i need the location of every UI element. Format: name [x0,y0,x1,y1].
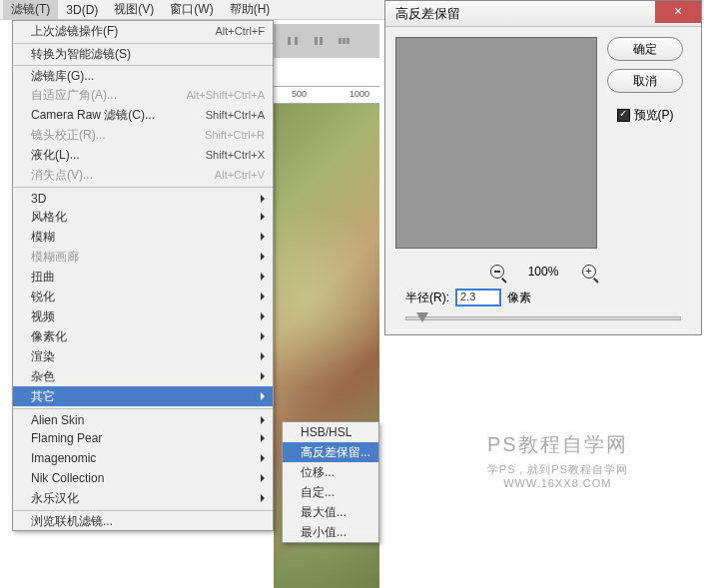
radius-slider[interactable] [405,316,681,320]
align-icon-3[interactable] [338,34,352,48]
svg-rect-0 [288,37,291,45]
svg-rect-4 [339,38,342,44]
chevron-right-icon [261,474,265,482]
chevron-right-icon [261,352,265,360]
chevron-right-icon [261,416,265,424]
menu-vanishing: 消失点(V)...Alt+Ctrl+V [13,165,273,185]
cancel-button[interactable]: 取消 [607,69,683,93]
menu-help[interactable]: 帮助(H) [222,0,279,20]
menu-lens: 镜头校正(R)...Shift+Ctrl+R [13,125,273,145]
radius-unit: 像素 [507,290,531,306]
toolbar-strip [274,24,379,58]
zoom-controls: 100% [385,259,701,285]
menu-noise[interactable]: 杂色 [13,366,273,386]
menu-video[interactable]: 视频 [13,306,273,326]
menu-blur-gallery: 模糊画廊 [13,247,273,267]
menu-alien-skin[interactable]: Alien Skin [13,408,273,428]
close-button[interactable]: × [655,1,701,23]
menu-imagenomic[interactable]: Imagenomic [13,448,273,468]
menu-3d-sub[interactable]: 3D [13,187,273,207]
ok-button[interactable]: 确定 [607,37,683,61]
checkbox-icon[interactable] [617,109,630,122]
submenu-min[interactable]: 最小值... [283,522,378,542]
ruler: 500 1000 [274,86,379,104]
svg-rect-2 [315,37,318,45]
close-icon: × [674,3,682,19]
svg-rect-6 [347,38,350,44]
dialog-titlebar[interactable]: 高反差保留 × [385,1,701,27]
menu-adaptive: 自适应广角(A)...Alt+Shift+Ctrl+A [13,85,273,105]
zoom-out-icon[interactable] [490,265,504,279]
menu-view[interactable]: 视图(V) [106,0,162,20]
submenu-offset[interactable]: 位移... [283,462,378,482]
submenu-max[interactable]: 最大值... [283,502,378,522]
chevron-right-icon [261,293,265,300]
menu-distort[interactable]: 扭曲 [13,267,273,287]
align-icon-1[interactable] [286,34,300,48]
menu-liquify[interactable]: 液化(L)...Shift+Ctrl+X [13,145,273,165]
menu-render[interactable]: 渲染 [13,346,273,366]
dialog-title-text: 高反差保留 [395,5,460,23]
chevron-right-icon [261,392,265,400]
submenu-custom[interactable]: 自定... [283,482,378,502]
svg-rect-1 [295,37,298,45]
menu-sharpen[interactable]: 锐化 [13,287,273,306]
chevron-right-icon [261,312,265,320]
menu-nik[interactable]: Nik Collection [13,468,273,488]
menu-other[interactable]: 其它 [13,386,273,406]
menu-window[interactable]: 窗口(W) [162,0,221,20]
ruler-tick: 500 [292,89,307,99]
filter-dropdown: 上次滤镜操作(F)Alt+Ctrl+F 转换为智能滤镜(S) 滤镜库(G)...… [12,20,274,531]
watermark: PS教程自学网 学PS，就到PS教程自学网 WWW.16XX8.COM [487,431,628,489]
ruler-tick: 1000 [350,89,369,99]
watermark-title: PS教程自学网 [487,431,628,458]
watermark-line2: WWW.16XX8.COM [487,477,628,489]
preview-checkbox-row[interactable]: 预览(P) [607,107,683,124]
chevron-right-icon [261,253,265,261]
zoom-in-icon[interactable] [582,265,596,279]
chevron-right-icon [261,273,265,281]
radius-label: 半径(R): [405,290,449,306]
menu-3d[interactable]: 3D(D) [58,1,106,19]
svg-rect-5 [343,38,346,44]
menu-pixelate[interactable]: 像素化 [13,326,273,346]
chevron-right-icon [261,233,265,241]
zoom-level: 100% [528,265,559,279]
svg-rect-3 [320,37,323,45]
menu-filter-gallery[interactable]: 滤镜库(G)... [13,65,273,85]
menu-blur[interactable]: 模糊 [13,227,273,247]
watermark-line1: 学PS，就到PS教程自学网 [487,462,628,477]
preview-area[interactable] [395,37,597,249]
menu-camera-raw[interactable]: Camera Raw 滤镜(C)...Shift+Ctrl+A [13,105,273,125]
preview-label: 预览(P) [634,107,674,124]
menu-yongle[interactable]: 永乐汉化 [13,488,273,508]
other-submenu: HSB/HSL 高反差保留... 位移... 自定... 最大值... 最小值.… [282,421,379,543]
chevron-right-icon [261,213,265,221]
menu-browse-online[interactable]: 浏览联机滤镜... [13,510,273,530]
slider-thumb-icon[interactable] [416,312,428,322]
chevron-right-icon [261,372,265,380]
menu-stylize[interactable]: 风格化 [13,207,273,227]
align-icon-2[interactable] [312,34,326,48]
chevron-right-icon [261,434,265,442]
chevron-right-icon [261,454,265,462]
radius-input[interactable]: 2.3 [455,289,501,306]
submenu-hsb[interactable]: HSB/HSL [283,422,378,442]
submenu-highpass[interactable]: 高反差保留... [283,442,378,462]
highpass-dialog: 高反差保留 × 确定 取消 预览(P) 100% 半径(R): 2.3 像素 [384,0,702,335]
chevron-right-icon [261,195,265,203]
menu-flaming-pear[interactable]: Flaming Pear [13,428,273,448]
menu-filter[interactable]: 滤镜(T) [3,0,58,20]
menu-last-filter[interactable]: 上次滤镜操作(F)Alt+Ctrl+F [13,21,273,41]
menu-smart-filter[interactable]: 转换为智能滤镜(S) [13,43,273,63]
chevron-right-icon [261,332,265,340]
radius-row: 半径(R): 2.3 像素 [385,285,701,310]
chevron-right-icon [261,494,265,502]
